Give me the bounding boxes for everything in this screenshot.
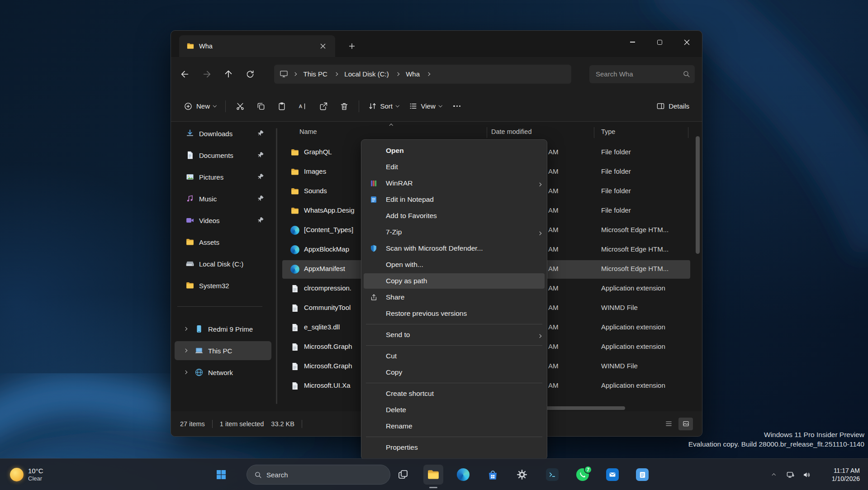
menu-item-send-to[interactable]: Send to (361, 327, 547, 343)
breadcrumb-wha[interactable]: Wha (404, 69, 422, 79)
refresh-icon (246, 70, 255, 79)
sidebar-item-this-pc[interactable]: This PC (175, 341, 271, 360)
menu-item-edit[interactable]: Edit (361, 159, 547, 175)
chevron-right-icon[interactable] (181, 349, 190, 352)
tray-overflow-button[interactable] (766, 466, 782, 484)
explorer-tab[interactable]: Wha (179, 35, 335, 57)
volume-tray-button[interactable] (798, 466, 815, 484)
submenu-arrow-icon (538, 179, 541, 187)
sidebar-item-redmi-9-prime[interactable]: Redmi 9 Prime (175, 319, 271, 338)
edge-icon (290, 226, 299, 235)
menu-item-open-with[interactable]: Open with... (361, 257, 547, 273)
menu-item-copy-as-path[interactable]: Copy as path (361, 273, 547, 289)
menu-item-create-shortcut[interactable]: Create shortcut (361, 385, 547, 402)
copy-button[interactable] (251, 97, 271, 115)
paste-button[interactable] (272, 97, 292, 115)
menu-item-add-to-favorites[interactable]: Add to Favorites (361, 208, 547, 224)
sidebar-item-documents[interactable]: Documents (175, 146, 271, 165)
forward-button[interactable] (198, 66, 215, 83)
sort-button[interactable]: Sort (364, 97, 403, 115)
back-button[interactable] (176, 66, 194, 83)
file-type: File folder (601, 167, 631, 175)
settings-button[interactable] (512, 465, 532, 485)
menu-item-scan-with-defender[interactable]: Scan with Microsoft Defender... (361, 240, 547, 257)
terminal-button[interactable] (542, 465, 562, 485)
sidebar-item-downloads[interactable]: Downloads (175, 124, 271, 143)
file-explorer-taskbar-button[interactable] (423, 465, 443, 485)
arrow-right-icon (202, 69, 212, 79)
delete-button[interactable] (334, 97, 354, 115)
sidebar-item-network[interactable]: Network (175, 363, 271, 382)
vertical-scrollbar[interactable] (696, 136, 700, 254)
file-icon (290, 343, 299, 352)
up-button[interactable] (220, 66, 237, 83)
details-view-toggle[interactable] (661, 418, 676, 430)
file-type: WINMD File (601, 304, 638, 311)
breadcrumb-local-disk[interactable]: Local Disk (C:) (342, 69, 390, 79)
cut-button[interactable] (230, 97, 250, 115)
column-header-date-modified[interactable]: Date modified (491, 128, 531, 135)
menu-item-winrar[interactable]: WinRAR (361, 175, 547, 191)
sidebar-scrollbar[interactable] (276, 128, 277, 404)
sidebar-item-system32[interactable]: System32 (175, 276, 271, 295)
new-button[interactable]: New (179, 97, 221, 115)
edge-taskbar-button[interactable] (453, 465, 473, 485)
start-button[interactable] (211, 465, 231, 485)
thumbnail-view-toggle[interactable] (678, 418, 693, 430)
menu-item-restore-previous-versions[interactable]: Restore previous versions (361, 305, 547, 322)
sidebar-item-videos[interactable]: Videos (175, 211, 271, 230)
sidebar-item-pictures[interactable]: Pictures (175, 167, 271, 186)
maximize-button[interactable] (646, 31, 673, 53)
column-divider[interactable] (688, 127, 688, 138)
menu-item-delete[interactable]: Delete (361, 402, 547, 418)
column-header-name[interactable]: Name (299, 128, 317, 135)
mail-button[interactable] (602, 465, 622, 485)
breadcrumb[interactable]: This PC Local Disk (C:) Wha (274, 65, 571, 84)
ellipsis-icon (453, 105, 460, 107)
menu-item-properties[interactable]: Properties (361, 439, 547, 456)
weather-condition: Clear (28, 475, 43, 482)
whatsapp-button[interactable]: 7 (573, 465, 593, 485)
column-divider[interactable] (594, 127, 594, 138)
menu-item-rename[interactable]: Rename (361, 418, 547, 434)
search-icon (254, 471, 262, 479)
microsoft-store-button[interactable] (483, 465, 503, 485)
column-divider[interactable] (487, 127, 487, 138)
menu-item-cut[interactable]: Cut (361, 348, 547, 364)
arrow-left-icon (180, 69, 190, 79)
sidebar-item-music[interactable]: Music (175, 189, 271, 208)
more-options-button[interactable] (447, 97, 467, 115)
chevron-right-icon[interactable] (181, 371, 190, 374)
tab-close-button[interactable] (316, 39, 330, 53)
menu-item-edit-in-notepad[interactable]: Edit in Notepad (361, 191, 547, 208)
details-pane-button[interactable]: Details (652, 97, 694, 115)
taskbar-search[interactable]: Search (247, 465, 390, 485)
column-header-type[interactable]: Type (601, 128, 615, 135)
chevron-right-icon (293, 72, 297, 76)
search-input[interactable] (596, 70, 683, 78)
weather-widget[interactable]: 10°C Clear (6, 464, 47, 485)
context-menu: Open Edit WinRAR Edit in Notepad Add to … (361, 139, 547, 460)
sidebar-item-assets[interactable]: Assets (175, 233, 271, 252)
breadcrumb-this-pc[interactable]: This PC (302, 69, 329, 79)
view-button[interactable]: View (404, 97, 446, 115)
submenu-arrow-icon (538, 331, 541, 339)
new-tab-button[interactable] (345, 39, 359, 53)
menu-item-share[interactable]: Share (361, 289, 547, 305)
close-button[interactable] (673, 31, 700, 53)
menu-item-open[interactable]: Open (361, 143, 547, 159)
menu-item-copy[interactable]: Copy (361, 364, 547, 381)
task-view-button[interactable] (393, 465, 413, 485)
taskbar-clock[interactable]: 11:17 AM 1/10/2026 (815, 466, 868, 483)
sidebar-item-local-disk[interactable]: Local Disk (C:) (175, 254, 271, 273)
network-tray-button[interactable] (782, 466, 798, 484)
tab-title: Wha (199, 43, 312, 50)
menu-item-7-zip[interactable]: 7-Zip (361, 224, 547, 240)
minimize-button[interactable] (619, 31, 646, 53)
share-button[interactable] (313, 97, 333, 115)
chevron-right-icon[interactable] (181, 328, 190, 330)
file-name: Microsoft.Graph (304, 362, 352, 370)
refresh-button[interactable] (242, 66, 259, 83)
rename-button[interactable]: A (293, 97, 313, 115)
notepad-app-button[interactable] (632, 465, 652, 485)
